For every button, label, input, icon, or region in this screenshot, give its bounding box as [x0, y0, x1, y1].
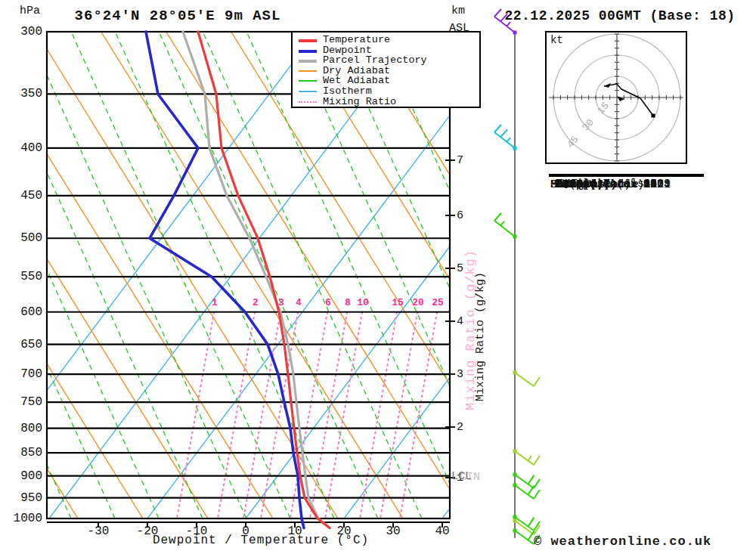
- pressure-tick-label: 500: [11, 231, 42, 245]
- km-tick-label: 6: [457, 209, 463, 222]
- km-tick-label: 3: [457, 368, 463, 381]
- legend-item: Mixing Ratio: [293, 97, 479, 107]
- mixing-ratio-line: [380, 312, 417, 518]
- legend-item: Dewpoint: [293, 45, 479, 56]
- mixing-ratio-line: [290, 312, 327, 518]
- legend-box: TemperatureDewpointParcel TrajectoryDry …: [291, 31, 481, 108]
- temp-tick-label: 40: [420, 525, 465, 538]
- mixing-ratio-value-label: 1: [206, 297, 224, 308]
- mixing-ratio-value-label: 4: [290, 297, 308, 308]
- km-tick-label: 7: [457, 154, 463, 167]
- pressure-unit-label: hPa: [20, 5, 40, 17]
- legend-line-sample: [299, 50, 317, 53]
- mixing-ratio-value-label: 15: [389, 297, 407, 308]
- mixing-ratio-value-label: 3: [272, 297, 290, 308]
- legend-line-sample: [299, 101, 317, 103]
- temp-tick-label: 30: [370, 525, 416, 538]
- legend-item: Wet Adiabat: [293, 76, 479, 86]
- panel-row-label: StmSpd (kt): [556, 177, 631, 194]
- hodograph-unit-label: kt: [550, 34, 563, 46]
- hodograph-panel: 153045: [546, 32, 686, 163]
- indices-panels: K24Totals Totals45PW (cm)2.09SurfaceTemp…: [549, 174, 704, 177]
- pressure-tick-label: 450: [11, 189, 42, 203]
- pressure-tick-label: 1000: [11, 512, 42, 525]
- legend-item-label: Mixing Ratio: [323, 96, 396, 107]
- pressure-tick-label: 650: [11, 338, 42, 351]
- mixing-ratio-line: [218, 312, 255, 518]
- temp-tick-label: -30: [76, 525, 121, 538]
- pressure-tick-label: 300: [11, 25, 42, 39]
- pressure-tick-label: 600: [11, 305, 42, 319]
- mixing-ratio-line: [360, 312, 397, 518]
- wind-barb: [513, 450, 541, 466]
- station-title: 36°24'N 28°05'E 9m ASL: [57, 8, 299, 24]
- mixing-ratio-value-label: 2: [246, 297, 265, 308]
- temp-tick-label: -20: [125, 525, 170, 538]
- mixing-ratio-value-label: 6: [319, 297, 337, 308]
- mixing-ratio-line: [325, 312, 362, 518]
- legend-item: Isotherm: [293, 86, 479, 97]
- mixing-ratio-line: [310, 312, 347, 518]
- pressure-tick-label: 800: [11, 422, 42, 435]
- wet-adiabat-line: [27, 32, 246, 518]
- pressure-tick-label: 950: [11, 491, 42, 505]
- wind-barb: [513, 371, 541, 387]
- panel-row-value: 5: [643, 177, 650, 194]
- pressure-tick-label: 350: [11, 87, 42, 101]
- km-tick-label: 2: [457, 421, 463, 434]
- pressure-tick-label: 400: [11, 141, 42, 155]
- legend-item: Temperature: [293, 35, 479, 45]
- legend-item: Parcel Trajectory: [293, 55, 479, 66]
- pressure-tick-label: 550: [11, 270, 42, 283]
- temp-tick-label: 0: [223, 525, 268, 538]
- copyright: © weatheronline.co.uk: [534, 534, 711, 549]
- pressure-tick-label: 750: [11, 395, 42, 409]
- mixing-ratio-line: [400, 312, 437, 518]
- pressure-tick-label: 700: [11, 367, 42, 381]
- km-tick-label: 4: [457, 315, 463, 328]
- legend-line-sample: [299, 91, 317, 92]
- wind-barb: [494, 213, 517, 239]
- temp-tick-label: 10: [272, 525, 318, 538]
- legend-line-sample: [299, 60, 317, 63]
- legend-line-sample: [299, 39, 317, 42]
- mixing-ratio-value-label: 25: [429, 297, 447, 308]
- pressure-tick-label: 900: [11, 469, 42, 483]
- temp-tick-label: -10: [174, 525, 219, 538]
- mixing-ratio-value-label: 20: [409, 297, 427, 308]
- valid-datetime: 22.12.2025 00GMT (Base: 18): [488, 8, 752, 23]
- km-tick-label: 5: [457, 262, 463, 275]
- isotherm-line: [737, 32, 756, 518]
- wind-barb: [494, 125, 517, 150]
- skewt-sounding-page: 153045 hPa 36°24'N 28°05'E 9m ASL km ASL…: [0, 0, 756, 554]
- mixing-ratio-axis-label: Mixing Ratio (g/kg): [474, 271, 487, 403]
- legend-line-sample: [299, 80, 317, 82]
- mixing-ratio-value-label: 10: [354, 297, 372, 308]
- temp-tick-label: 20: [321, 525, 367, 538]
- km-unit-label: km: [451, 5, 465, 17]
- pressure-tick-label: 850: [11, 446, 42, 460]
- legend-line-sample: [299, 70, 317, 72]
- legend-item: Dry Adiabat: [293, 66, 479, 76]
- lcl-marker-label: LCL: [451, 470, 472, 483]
